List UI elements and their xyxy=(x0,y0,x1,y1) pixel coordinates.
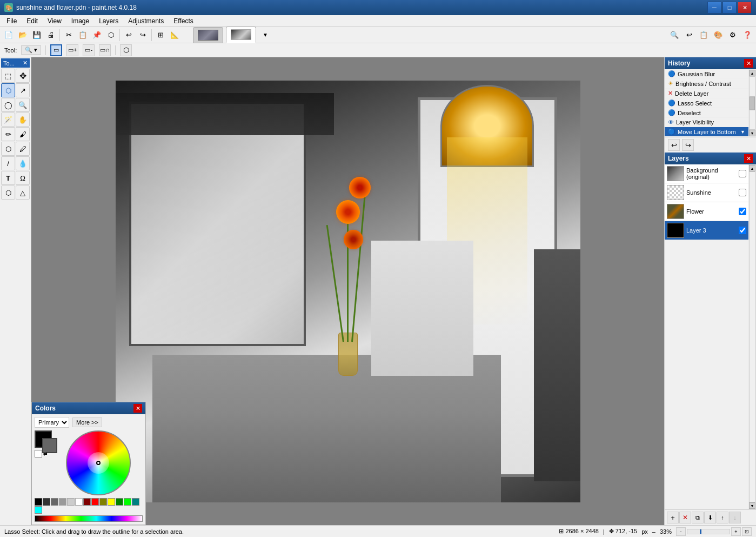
palette-color-teal[interactable] xyxy=(132,498,139,506)
palette-color-lgray[interactable] xyxy=(59,498,66,506)
close-button[interactable]: ✕ xyxy=(738,2,752,14)
palette-color-cyan[interactable] xyxy=(35,506,42,514)
palette-color-llgray[interactable] xyxy=(67,498,75,506)
more-colors-button[interactable]: More >> xyxy=(72,417,102,427)
help-button[interactable]: ❓ xyxy=(741,29,754,42)
palette-color-maroon[interactable] xyxy=(83,498,91,506)
layer-flower-checkbox[interactable] xyxy=(739,208,746,215)
palette-color-dark[interactable] xyxy=(43,498,50,506)
history-scroll-up[interactable]: ▲ xyxy=(749,70,755,76)
palette-color-green[interactable] xyxy=(116,498,123,506)
history-nav-button[interactable]: ↩ xyxy=(683,29,695,42)
move-layer-down-button[interactable]: ↓ xyxy=(729,512,741,523)
toolbox-close-button[interactable]: ✕ xyxy=(23,59,28,67)
shapes-tool[interactable]: ⬡ xyxy=(1,185,15,200)
grid-button[interactable]: ⊞ xyxy=(154,29,167,42)
swap-colors-button[interactable]: ⇄ xyxy=(43,451,48,456)
add-layer-button[interactable]: + xyxy=(667,512,679,523)
color-wheel[interactable] xyxy=(66,430,131,495)
menu-layers[interactable]: Layers xyxy=(95,16,123,26)
history-item-lasso[interactable]: 🔵 Lasso Select xyxy=(665,98,748,108)
tab-1[interactable] xyxy=(193,27,223,43)
feather-btn[interactable]: ⬡ xyxy=(120,44,132,56)
palette-color-olive[interactable] xyxy=(99,498,107,506)
tool-selector[interactable]: 🔍 ▾ xyxy=(21,45,41,55)
redo-button[interactable]: ↪ xyxy=(136,29,149,42)
history-item-visibility[interactable]: 👁 Layer Visibility xyxy=(665,118,748,127)
ruler-button[interactable]: 📐 xyxy=(168,29,181,42)
selection-shapes-tool[interactable]: △ xyxy=(16,185,30,200)
lasso-tool[interactable]: ⬡ xyxy=(1,83,15,97)
undo-history-button[interactable]: ↩ xyxy=(668,139,680,151)
brush-tool[interactable]: 🖌 xyxy=(16,127,30,141)
rect-select-tool[interactable]: ⬚ xyxy=(1,69,15,83)
zoom-slider[interactable] xyxy=(687,529,730,534)
history-item-gaussian[interactable]: 🔵 Gaussian Blur xyxy=(665,69,748,79)
clone-tool[interactable]: / xyxy=(1,156,15,170)
history-scrollbar[interactable]: ▲ ▼ xyxy=(748,69,756,137)
fit-window-button[interactable]: ⊡ xyxy=(742,527,752,536)
menu-adjustments[interactable]: Adjustments xyxy=(124,16,168,26)
palette-color-gray[interactable] xyxy=(51,498,58,506)
save-button[interactable]: 💾 xyxy=(30,29,43,42)
menu-image[interactable]: Image xyxy=(67,16,93,26)
menu-file[interactable]: File xyxy=(2,16,21,26)
palette-color-black[interactable] xyxy=(35,498,42,506)
layers-close-button[interactable]: ✕ xyxy=(744,154,753,163)
selection-subtract-btn[interactable]: ▭- xyxy=(83,44,95,56)
reset-colors-button[interactable] xyxy=(35,450,42,458)
history-item-deselect[interactable]: 🔵 Deselect xyxy=(665,108,748,118)
magic-wand-tool[interactable]: 🪄 xyxy=(1,112,15,127)
text-tool[interactable]: T xyxy=(1,171,15,185)
layer-item-sunshine[interactable]: Sunshine xyxy=(665,183,748,202)
history-item-brightness[interactable]: ☀ Brightness / Contrast xyxy=(665,79,748,89)
zoom-tool[interactable]: 🔍 xyxy=(16,98,30,112)
ellipse-select-tool[interactable]: ◯ xyxy=(1,98,15,112)
stamp-button[interactable]: ⬡ xyxy=(104,29,117,42)
selection-add-btn[interactable]: ▭+ xyxy=(66,44,78,56)
tab-2[interactable] xyxy=(226,26,256,43)
layer-item-layer3[interactable]: Layer 3 xyxy=(665,221,748,240)
menu-view[interactable]: View xyxy=(43,16,66,26)
copy-button[interactable]: 📋 xyxy=(76,29,89,42)
layers-scroll-down[interactable]: ▼ xyxy=(749,502,755,509)
copy-merged-button[interactable]: 📋 xyxy=(697,29,710,42)
history-item-move-bottom[interactable]: 🔵 Move Layer to Bottom ▼ xyxy=(665,127,748,137)
history-item-delete[interactable]: ✕ Delete Layer xyxy=(665,89,748,98)
move-selection-tool[interactable]: ↗ xyxy=(16,83,30,97)
pencil-tool[interactable]: ✏ xyxy=(1,127,15,141)
new-button[interactable]: 📄 xyxy=(2,29,15,42)
minimize-button[interactable]: ─ xyxy=(707,2,721,14)
menu-effects[interactable]: Effects xyxy=(169,16,197,26)
layer-3-checkbox[interactable] xyxy=(739,227,746,234)
eraser-tool[interactable]: ⬡ xyxy=(1,142,15,156)
tab-dropdown[interactable]: ▼ xyxy=(259,29,272,42)
selection-intersect-btn[interactable]: ▭∩ xyxy=(99,44,111,56)
duplicate-layer-button[interactable]: ⧉ xyxy=(692,512,704,523)
settings-button[interactable]: ⚙ xyxy=(726,29,739,42)
move-layer-up-button[interactable]: ↑ xyxy=(717,512,728,523)
restore-button[interactable]: □ xyxy=(722,2,737,14)
history-scroll-down[interactable]: ▼ xyxy=(749,130,755,136)
colors-close-button[interactable]: ✕ xyxy=(133,404,142,413)
layers-scrollbar[interactable]: ▲ ▼ xyxy=(748,164,756,509)
merge-layer-button[interactable]: ⬇ xyxy=(704,512,716,523)
layer-item-flower[interactable]: Flower xyxy=(665,202,748,221)
recolor-tool[interactable]: 🖊 xyxy=(16,142,30,156)
layer-sunshine-checkbox[interactable] xyxy=(739,189,746,196)
zoom-in-button[interactable]: 🔍 xyxy=(668,29,681,42)
zoom-in-status[interactable]: + xyxy=(731,527,741,536)
history-close-button[interactable]: ✕ xyxy=(744,59,753,68)
paste-button[interactable]: 📌 xyxy=(90,29,103,42)
color-gradient-bar[interactable] xyxy=(35,515,143,522)
gradient-tool[interactable]: Ω xyxy=(16,171,30,185)
redo-history-button[interactable]: ↪ xyxy=(682,139,694,151)
cut-button[interactable]: ✂ xyxy=(62,29,75,42)
palette-color-white[interactable] xyxy=(75,498,83,506)
undo-button[interactable]: ↩ xyxy=(122,29,135,42)
print-button[interactable]: 🖨 xyxy=(44,29,57,42)
selection-replace-btn[interactable]: ▭ xyxy=(50,44,62,56)
eyedropper-tool[interactable]: 💧 xyxy=(16,156,30,170)
open-button[interactable]: 📂 xyxy=(16,29,29,42)
layer-item-background[interactable]: Background (original) xyxy=(665,164,748,183)
